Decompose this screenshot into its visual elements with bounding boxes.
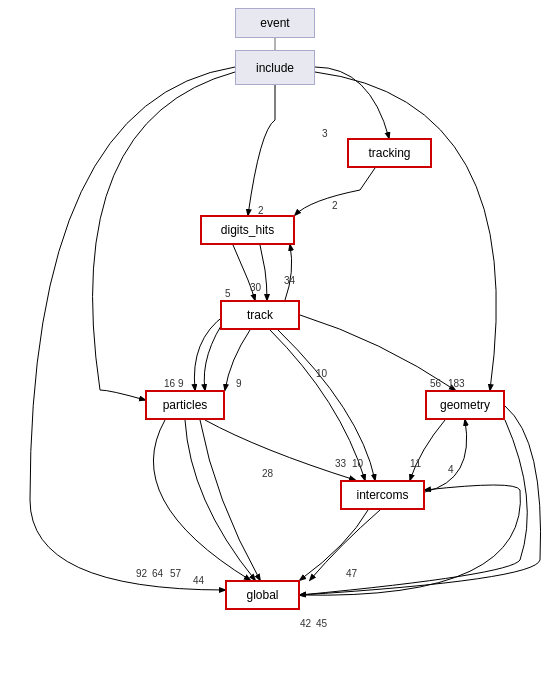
- track-label: track: [247, 308, 273, 322]
- edge-label-3: 3: [322, 128, 328, 139]
- edge-label-33: 33: [335, 458, 346, 469]
- edge-label-16: 16: [164, 378, 175, 389]
- intercoms-label: intercoms: [356, 488, 408, 502]
- event-label: event: [260, 16, 289, 30]
- particles-node: particles: [145, 390, 225, 420]
- edge-label-64: 64: [152, 568, 163, 579]
- include-node: include: [235, 50, 315, 85]
- particles-label: particles: [163, 398, 208, 412]
- edge-label-10a: 10: [316, 368, 327, 379]
- edge-label-4: 4: [448, 464, 454, 475]
- edge-label-30: 30: [250, 282, 261, 293]
- arrows-svg: [0, 0, 560, 681]
- intercoms-node: intercoms: [340, 480, 425, 510]
- tracking-label: tracking: [368, 146, 410, 160]
- edge-label-183: 183: [448, 378, 465, 389]
- edge-label-44: 44: [193, 575, 204, 586]
- include-label: include: [256, 61, 294, 75]
- edge-label-34: 34: [284, 275, 295, 286]
- edge-label-92: 92: [136, 568, 147, 579]
- edge-label-42: 42: [300, 618, 311, 629]
- tracking-node: tracking: [347, 138, 432, 168]
- edge-label-11: 11: [410, 458, 421, 469]
- edge-label-10b: 10: [352, 458, 363, 469]
- track-node: track: [220, 300, 300, 330]
- event-node: event: [235, 8, 315, 38]
- edge-label-2a: 2: [258, 205, 264, 216]
- digits-hits-node: digits_hits: [200, 215, 295, 245]
- edge-label-57: 57: [170, 568, 181, 579]
- edge-label-2b: 2: [332, 200, 338, 211]
- edge-label-9a: 9: [178, 378, 184, 389]
- edge-label-47: 47: [346, 568, 357, 579]
- dependency-diagram: event include tracking digits_hits track…: [0, 0, 560, 681]
- digits-hits-label: digits_hits: [221, 223, 274, 237]
- edge-label-28: 28: [262, 468, 273, 479]
- edge-label-9b: 9: [236, 378, 242, 389]
- geometry-label: geometry: [440, 398, 490, 412]
- edge-label-56: 56: [430, 378, 441, 389]
- edge-label-45: 45: [316, 618, 327, 629]
- global-node: global: [225, 580, 300, 610]
- edge-label-5: 5: [225, 288, 231, 299]
- geometry-node: geometry: [425, 390, 505, 420]
- global-label: global: [246, 588, 278, 602]
